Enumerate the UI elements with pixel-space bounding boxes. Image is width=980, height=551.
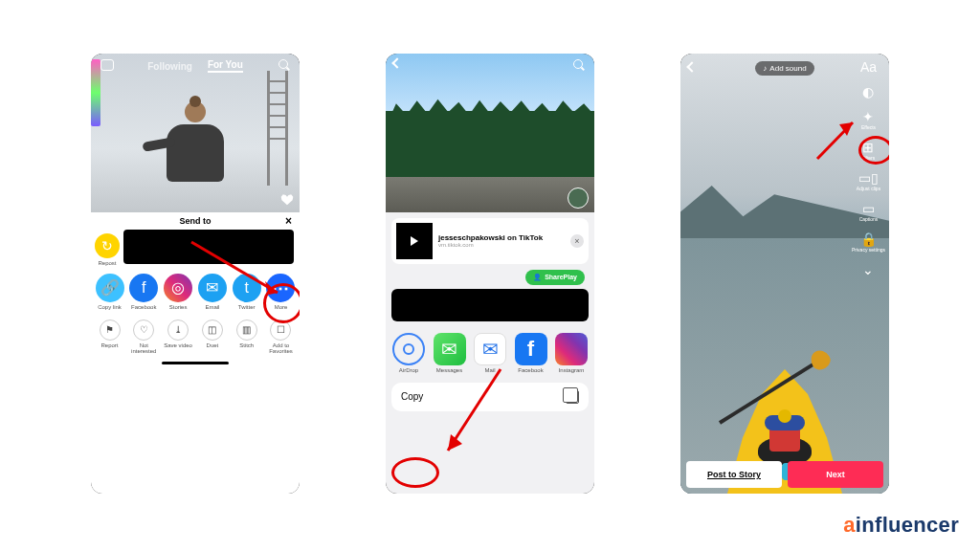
tool-captions[interactable]: ▭Captions (859, 201, 879, 222)
share-sheet: Send to × ↻ Repost 🔗Copy linkfFacebook◎S… (91, 212, 300, 494)
tool-icon: ▭▯ (857, 170, 880, 186)
annotation-circle (263, 283, 300, 323)
tab-for-you[interactable]: For You (208, 59, 243, 73)
tool-tool-7[interactable]: ⌄ (862, 262, 874, 277)
copy-icon (566, 390, 579, 404)
tool-icon: ▭ (859, 201, 879, 216)
twitter-icon: t (233, 274, 261, 302)
tool-effects[interactable]: ✦Effects (861, 109, 876, 130)
app-label: Messages (433, 367, 467, 373)
app-messages[interactable]: ✉Messages (433, 333, 467, 373)
report-icon: ⚑ (100, 320, 121, 341)
tool-tool-1[interactable]: ◐ (862, 84, 874, 99)
tool-tool-0[interactable]: Aa (860, 59, 877, 75)
tool-icon: ✦ (861, 109, 876, 124)
copy-link-icon: 🔗 (96, 274, 124, 302)
app-label: AirDrop (391, 367, 426, 373)
annotation-circle (858, 136, 889, 165)
redacted-contacts (391, 289, 589, 321)
share-email[interactable]: ✉Email (197, 274, 227, 310)
tool-adjust-clips[interactable]: ▭▯Adjust clips (857, 170, 880, 191)
back-icon[interactable] (686, 61, 697, 72)
search-icon[interactable] (278, 59, 290, 71)
mail-icon: ✉ (474, 333, 506, 365)
action-label: Stitch (232, 342, 261, 348)
action-label: Not interested (129, 342, 159, 354)
facebook-icon: f (129, 274, 158, 302)
tool-icon: ⌄ (862, 262, 874, 277)
shareplay-button[interactable]: 👤 SharePlay (525, 270, 585, 285)
annotation-circle (391, 457, 439, 488)
app-label: Mail (473, 367, 507, 373)
watermark: ainfluencer (843, 513, 959, 538)
ios-share-sheet: jesseschpakowski on TikTok vm.tiktok.com… (386, 212, 594, 494)
tool-label: Privacy settings (852, 247, 885, 253)
home-indicator (162, 362, 229, 364)
app-label: Facebook (514, 367, 548, 373)
save-video-icon: ⤓ (167, 320, 189, 341)
action-report[interactable]: ⚑Report (95, 320, 124, 354)
play-icon (411, 236, 418, 246)
share-copy-link[interactable]: 🔗Copy link (95, 274, 124, 310)
stitch-icon: ▥ (236, 320, 257, 341)
app-airdrop[interactable]: AirDrop (391, 333, 426, 373)
app-facebook[interactable]: fFacebook (514, 333, 548, 373)
video-area: Following For You (91, 54, 300, 212)
phone-2-ios-share: jesseschpakowski on TikTok vm.tiktok.com… (386, 54, 594, 494)
link-preview: jesseschpakowski on TikTok vm.tiktok.com… (391, 218, 589, 264)
app-mail[interactable]: ✉Mail (473, 333, 507, 373)
tool-icon: Aa (860, 59, 877, 75)
email-icon: ✉ (198, 274, 227, 302)
profile-avatar[interactable] (568, 187, 589, 209)
tool-label: Captions (859, 216, 879, 222)
not-interested-icon: ♡ (133, 320, 154, 341)
next-button[interactable]: Next (788, 461, 883, 488)
share-stories[interactable]: ◎Stories (164, 274, 193, 310)
close-icon[interactable]: × (570, 234, 584, 248)
phone-1-tiktok-share: Following For You Send to × ↻ Repost 🔗Co… (91, 54, 300, 494)
action-not-interested[interactable]: ♡Not interested (129, 320, 159, 354)
stories-icon: ◎ (164, 274, 192, 302)
phone-3-instagram-editor: ♪ Add sound Aa◐✦Effects⊞Filters▭▯Adjust … (680, 54, 889, 494)
copy-row[interactable]: Copy (391, 383, 589, 411)
app-instagram[interactable]: Instagram (554, 333, 589, 373)
music-note-icon: ♪ (763, 64, 767, 73)
messages-icon: ✉ (434, 333, 466, 365)
link-title: jesseschpakowski on TikTok (438, 233, 565, 242)
action-label: Report (95, 342, 124, 348)
tool-label: Adjust clips (857, 186, 880, 191)
action-label: Duet (197, 342, 227, 348)
action-label: Save video (164, 342, 193, 348)
repost-label: Repost (95, 260, 120, 266)
app-label: Instagram (554, 367, 589, 373)
instagram-icon (555, 333, 588, 365)
action-save-video[interactable]: ⤓Save video (164, 320, 193, 354)
tool-icon: ◐ (862, 84, 874, 99)
add-sound-button[interactable]: ♪ Add sound (755, 61, 813, 76)
close-icon[interactable]: × (285, 214, 292, 228)
share-twitter[interactable]: tTwitter (232, 274, 261, 310)
person (160, 101, 231, 187)
tab-following[interactable]: Following (147, 61, 192, 72)
search-icon[interactable] (573, 59, 585, 71)
action-label: Add to Favorites (266, 342, 296, 354)
link-domain: vm.tiktok.com (438, 242, 565, 248)
action-add-to-favorites[interactable]: ☐Add to Favorites (266, 320, 296, 354)
facebook-icon: f (515, 333, 547, 365)
action-duet[interactable]: ◫Duet (197, 320, 227, 354)
like-icon[interactable] (280, 193, 294, 207)
link-thumb (396, 223, 433, 259)
post-to-story-button[interactable]: Post to Story (686, 461, 782, 488)
tool-label: Effects (861, 124, 876, 130)
tool-privacy-settings[interactable]: 🔒Privacy settings (852, 231, 885, 253)
duet-icon: ◫ (202, 320, 223, 341)
ladder (267, 71, 288, 186)
annotation-arrow (813, 111, 860, 168)
share-facebook[interactable]: fFacebook (129, 274, 159, 310)
copy-label: Copy (401, 391, 423, 402)
redacted-contacts (123, 230, 294, 264)
repost-icon[interactable]: ↻ (95, 233, 120, 258)
person-icon: 👤 (533, 274, 542, 281)
action-stitch[interactable]: ▥Stitch (232, 320, 261, 354)
editor-canvas: ♪ Add sound Aa◐✦Effects⊞Filters▭▯Adjust … (680, 54, 889, 494)
